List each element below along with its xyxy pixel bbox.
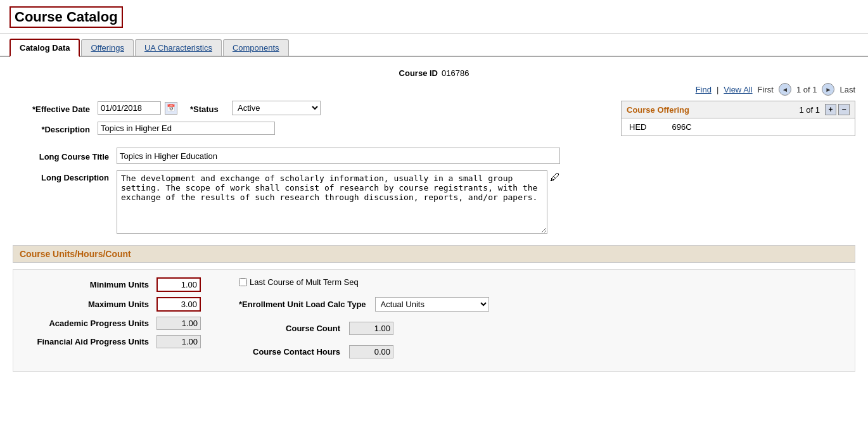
page-title: Course Catalog	[10, 6, 123, 28]
page-info: 1 of 1	[796, 85, 817, 94]
tab-components[interactable]: Components	[223, 39, 289, 56]
spell-check-icon[interactable]: 🖊	[550, 172, 564, 186]
course-offering-count: 1 of 1	[799, 105, 820, 115]
academic-progress-label: Academic Progress Units	[26, 319, 153, 328]
financial-aid-label: Financial Aid Progress Units	[26, 337, 153, 346]
units-section: Minimum Units Maximum Units Academic Pro…	[13, 269, 855, 372]
next-button[interactable]: ►	[822, 83, 834, 96]
navigation-bar: Find | View All First ◄ 1 of 1 ► Last	[13, 80, 855, 101]
course-contact-input[interactable]	[349, 345, 393, 358]
description-label: *Description	[13, 123, 95, 134]
tab-ua-characteristics[interactable]: UA Characteristics	[135, 39, 222, 56]
enroll-unit-label: *Enrollment Unit Load Calc Type	[239, 300, 366, 309]
course-id-value: 016786	[442, 68, 469, 78]
course-offering-panel: Course Offering 1 of 1 + − HED 696C	[621, 101, 855, 136]
description-input[interactable]	[98, 122, 275, 135]
offering-add-button[interactable]: +	[825, 104, 836, 115]
max-units-label: Maximum Units	[26, 300, 153, 309]
course-count-input[interactable]	[349, 322, 393, 335]
offering-catalog-nbr: 696C	[672, 122, 691, 132]
min-units-label: Minimum Units	[26, 280, 153, 289]
last-course-label: Last Course of Mult Term Seq	[250, 277, 359, 287]
find-link[interactable]: Find	[696, 85, 712, 94]
status-label: *Status	[190, 103, 228, 114]
units-section-header: Course Units/Hours/Count	[13, 245, 855, 263]
effective-date-label: *Effective Date	[13, 103, 95, 114]
tab-offerings[interactable]: Offerings	[81, 39, 134, 56]
course-count-label: Course Count	[239, 324, 340, 333]
effective-date-input[interactable]	[98, 101, 161, 115]
calendar-icon[interactable]: 📅	[165, 102, 177, 115]
course-contact-label: Course Contact Hours	[239, 347, 340, 357]
view-all-link[interactable]: View All	[724, 85, 752, 94]
long-title-input[interactable]	[117, 148, 560, 164]
min-units-input[interactable]	[156, 277, 201, 292]
max-units-input[interactable]	[156, 297, 201, 312]
course-id-label: Course ID	[399, 68, 438, 78]
academic-progress-input[interactable]	[156, 317, 201, 330]
offering-remove-button[interactable]: −	[838, 104, 850, 115]
financial-aid-input[interactable]	[156, 335, 201, 348]
enroll-unit-select[interactable]: Actual Units Fixed Units Range	[375, 297, 489, 312]
tab-catalog-data[interactable]: Catalog Data	[10, 39, 80, 57]
long-desc-textarea[interactable]: The development and exchange of scholarl…	[117, 170, 547, 234]
long-desc-label: Long Description	[13, 170, 114, 182]
last-course-checkbox[interactable]	[239, 278, 247, 286]
tabs-bar: Catalog Data Offerings UA Characteristic…	[0, 34, 868, 57]
status-select[interactable]: Active Inactive	[232, 101, 321, 115]
course-offering-title: Course Offering	[627, 105, 689, 115]
first-label: First	[758, 85, 774, 94]
prev-button[interactable]: ◄	[779, 83, 791, 96]
offering-subject: HED	[629, 122, 646, 132]
last-label: Last	[839, 85, 855, 94]
long-title-label: Long Course Title	[13, 150, 114, 161]
